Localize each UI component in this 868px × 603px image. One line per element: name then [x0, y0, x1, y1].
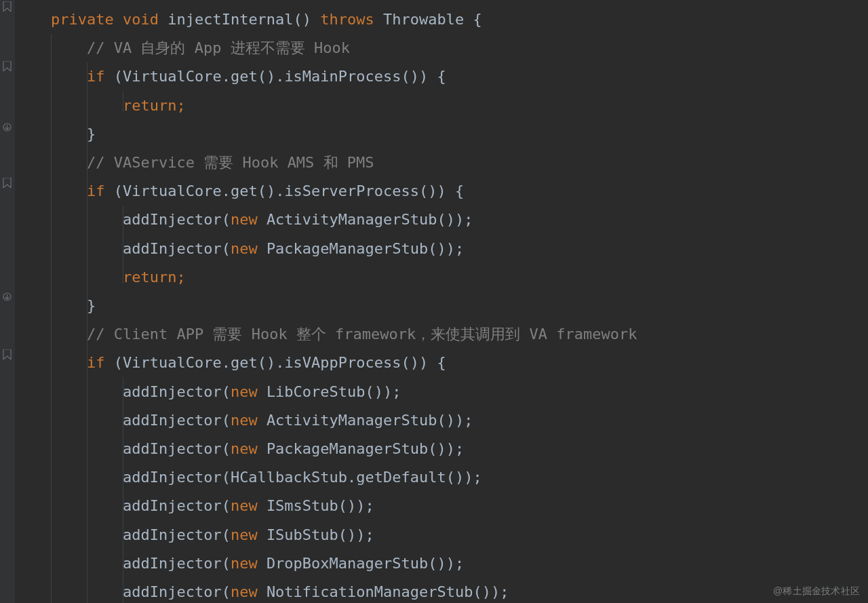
- code-line: addInjector(new PackageManagerStub());: [15, 440, 464, 457]
- gutter-marker-6[interactable]: [2, 349, 12, 359]
- code-line: // VA 自身的 App 进程不需要 Hook: [15, 39, 350, 56]
- gutter-marker-4[interactable]: [2, 178, 12, 188]
- code-line: addInjector(new ISmsStub());: [15, 497, 374, 514]
- code-token: NotificationManagerStub());: [267, 583, 509, 600]
- code-line: }: [15, 125, 96, 142]
- code-token: new: [231, 211, 267, 228]
- code-token: [15, 97, 123, 114]
- code-token: // Client APP 需要 Hook 整个 framework，来使其调用…: [87, 326, 637, 343]
- code-token: ActivityManagerStub());: [267, 211, 473, 228]
- code-token: ISmsStub());: [267, 497, 374, 514]
- code-line: // Client APP 需要 Hook 整个 framework，来使其调用…: [15, 326, 637, 343]
- code-token: [15, 182, 87, 199]
- code-line: addInjector(new ISubStub());: [15, 526, 374, 543]
- code-token: PackageManagerStub());: [267, 240, 464, 257]
- code-token: [15, 39, 87, 56]
- code-token: // VA 自身的 App 进程不需要 Hook: [87, 39, 350, 56]
- code-token: new: [231, 383, 267, 400]
- code-line: addInjector(new DropBoxManagerStub());: [15, 555, 464, 572]
- code-token: new: [231, 526, 267, 543]
- code-token: // VAService 需要 Hook AMS 和 PMS: [87, 154, 374, 171]
- code-token: Throwable {: [383, 11, 482, 28]
- code-line: return;: [15, 269, 186, 286]
- code-token: new: [231, 412, 267, 429]
- code-token: (VirtualCore.get().isServerProcess()) {: [114, 182, 465, 199]
- code-line: addInjector(new NotificationManagerStub(…: [15, 583, 509, 600]
- code-token: if: [87, 354, 114, 371]
- code-token: addInjector(: [15, 383, 231, 400]
- code-token: addInjector(: [15, 526, 231, 543]
- code-line: addInjector(new LibCoreStub());: [15, 383, 401, 400]
- code-token: DropBoxManagerStub());: [267, 555, 464, 572]
- code-token: return;: [123, 97, 186, 114]
- code-token: addInjector(: [15, 583, 231, 600]
- code-line: if (VirtualCore.get().isServerProcess())…: [15, 182, 464, 199]
- code-line: addInjector(new ActivityManagerStub());: [15, 211, 473, 228]
- gutter-marker-2[interactable]: [2, 61, 12, 71]
- code-line: addInjector(new PackageManagerStub());: [15, 240, 464, 257]
- code-token: addInjector(: [15, 412, 231, 429]
- code-line: // VAService 需要 Hook AMS 和 PMS: [15, 154, 374, 171]
- code-token: addInjector(: [15, 497, 231, 514]
- editor-gutter: [0, 0, 15, 603]
- code-token: [15, 11, 51, 28]
- code-token: private void: [51, 11, 167, 28]
- watermark-text: @稀土掘金技术社区: [773, 585, 860, 598]
- gutter-marker-1[interactable]: [2, 1, 12, 12]
- code-token: injectInternal(): [167, 11, 320, 28]
- code-token: ActivityManagerStub());: [267, 412, 473, 429]
- code-token: [15, 326, 87, 343]
- code-token: return;: [123, 269, 186, 286]
- code-editor: private void injectInternal() throws Thr…: [0, 0, 868, 603]
- code-block: private void injectInternal() throws Thr…: [15, 0, 637, 603]
- code-token: [15, 68, 87, 85]
- code-token: addInjector(HCallbackStub.getDefault());: [15, 469, 482, 486]
- code-line: return;: [15, 97, 186, 114]
- code-line: }: [15, 297, 96, 314]
- code-token: if: [87, 182, 114, 199]
- code-token: addInjector(: [15, 211, 231, 228]
- gutter-marker-5[interactable]: [2, 292, 12, 302]
- gutter-marker-3[interactable]: [2, 122, 12, 132]
- code-token: [15, 154, 87, 171]
- code-token: new: [231, 497, 267, 514]
- code-token: addInjector(: [15, 240, 231, 257]
- code-token: (VirtualCore.get().isVAppProcess()) {: [114, 354, 446, 371]
- code-line: addInjector(HCallbackStub.getDefault());: [15, 469, 482, 486]
- code-token: [15, 269, 123, 286]
- code-token: }: [15, 125, 96, 142]
- code-token: LibCoreStub());: [267, 383, 401, 400]
- code-line: if (VirtualCore.get().isMainProcess()) {: [15, 68, 446, 85]
- code-line: addInjector(new ActivityManagerStub());: [15, 412, 473, 429]
- code-token: new: [231, 555, 267, 572]
- code-token: new: [231, 583, 267, 600]
- code-token: addInjector(: [15, 555, 231, 572]
- code-token: PackageManagerStub());: [267, 440, 464, 457]
- code-token: if: [87, 68, 114, 85]
- code-token: new: [231, 240, 267, 257]
- code-token: }: [15, 297, 96, 314]
- code-token: [15, 354, 87, 371]
- code-token: (VirtualCore.get().isMainProcess()) {: [114, 68, 446, 85]
- code-token: throws: [320, 11, 383, 28]
- code-token: addInjector(: [15, 440, 231, 457]
- code-line: if (VirtualCore.get().isVAppProcess()) {: [15, 354, 446, 371]
- code-token: new: [231, 440, 267, 457]
- code-token: ISubStub());: [267, 526, 374, 543]
- code-line: private void injectInternal() throws Thr…: [15, 11, 482, 28]
